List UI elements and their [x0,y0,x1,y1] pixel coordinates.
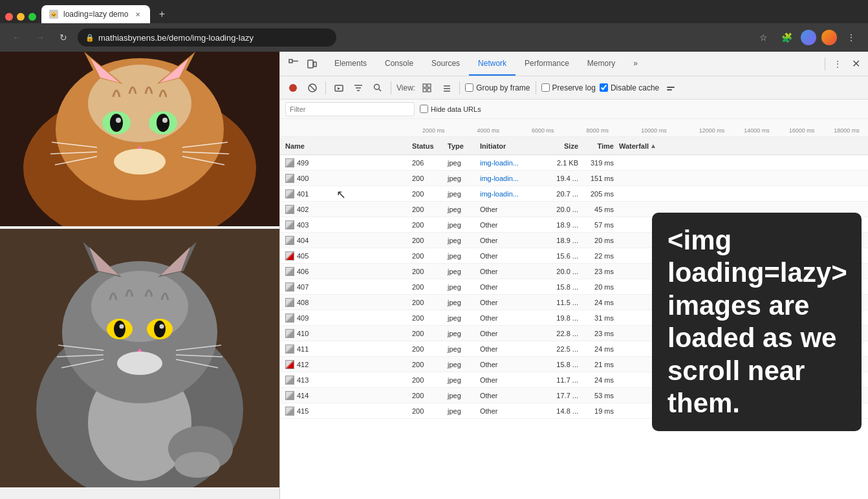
filter-input[interactable] [285,102,415,116]
forward-button[interactable]: → [31,28,49,47]
profile-avatar-2[interactable] [821,30,837,45]
row-initiator-cell: Other [477,299,542,306]
devtools-icons-left [280,56,325,72]
row-time-cell: 23 ms [581,268,616,275]
row-time: 24 ms [594,345,614,353]
row-initiator-cell: Other [477,345,542,353]
row-time-cell: 319 ms [581,159,616,167]
svg-rect-68 [667,89,672,90]
row-time-cell: 22 ms [581,252,616,260]
list-view-button[interactable] [439,80,454,96]
devtools-menu-button[interactable]: ⋮ [829,56,846,72]
row-type: jpeg [448,299,461,306]
row-time-cell: 19 ms [581,407,616,415]
toolbar-separator-3 [459,81,460,94]
hide-data-urls-label[interactable]: Hide data URLs [420,105,481,113]
devtools-toolbar: Elements Console Sources Network Perform… [280,52,868,76]
throttle-button[interactable] [663,80,678,96]
row-type: jpeg [448,407,461,415]
svg-rect-67 [667,87,675,88]
minimize-traffic-light[interactable] [17,13,25,21]
row-time-cell: 24 ms [581,345,616,353]
row-status-cell: 200 [409,345,445,353]
row-time: 24 ms [594,299,614,306]
row-status-cell: 200 [409,314,445,322]
initiator-link[interactable]: img-loadin... [480,175,519,182]
tab-sources[interactable]: Sources [422,52,469,76]
row-status-cell: 200 [409,268,445,275]
initiator-text: Other [480,330,498,337]
row-type: jpeg [448,159,461,167]
screenshot-button[interactable] [331,80,347,96]
initiator-link[interactable]: img-loadin... [480,190,519,198]
disable-cache-checkbox-label[interactable]: Disable cache [600,83,659,92]
tab-bar: 🐱 loading=lazy demo ✕ + [0,0,868,23]
row-size: 20.7 ... [556,190,578,198]
initiator-text: Other [480,314,498,322]
filter-button[interactable] [351,80,366,96]
col-header-time[interactable]: Time [581,142,616,150]
tab-close-button[interactable]: ✕ [133,10,142,19]
disable-cache-checkbox[interactable] [600,83,608,92]
grid-view-button[interactable] [419,80,435,96]
tab-elements[interactable]: Elements [325,52,376,76]
table-row[interactable]: 401 200 jpeg img-loadin... 20.7 ... 205 … [280,186,868,202]
view-label: View: [396,83,415,92]
clear-button[interactable] [305,80,320,96]
group-by-frame-checkbox-label[interactable]: Group by frame [465,83,530,92]
row-name: 414 [297,392,309,399]
col-header-waterfall[interactable]: Waterfall ▲ [616,142,868,150]
back-button[interactable]: ← [8,28,26,47]
tab-console[interactable]: Console [376,52,422,76]
svg-rect-60 [423,84,426,87]
bookmark-icon[interactable]: ☆ [754,28,772,47]
row-type-cell: jpeg [445,237,477,244]
search-button[interactable] [370,80,385,96]
record-button[interactable] [285,80,301,96]
row-type-cell: jpeg [445,283,477,291]
address-url-bar[interactable]: 🔒 mathiasbynens.be/demo/img-loading-lazy [78,28,336,47]
row-type: jpeg [448,175,461,182]
group-by-frame-checkbox[interactable] [465,83,473,92]
reload-button[interactable]: ↻ [54,28,72,47]
close-traffic-light[interactable] [5,13,13,21]
toolbar-separator-2 [391,81,391,94]
row-type: jpeg [448,283,461,291]
inspect-element-button[interactable] [285,56,302,72]
hide-data-urls-checkbox[interactable] [420,105,428,113]
col-header-name[interactable]: Name [280,142,409,150]
row-name-cell: 410 [280,329,409,338]
row-status-cell: 200 [409,237,445,244]
device-toolbar-button[interactable] [303,56,320,72]
table-row[interactable]: 400 200 jpeg img-loadin... 19.4 ... 151 … [280,171,868,186]
tab-performance[interactable]: Performance [515,52,578,76]
maximize-traffic-light[interactable] [28,13,36,21]
col-header-initiator[interactable]: Initiator [477,142,542,150]
row-type: jpeg [448,314,461,322]
preserve-log-checkbox-label[interactable]: Preserve log [541,83,596,92]
tab-network[interactable]: Network [469,52,515,76]
initiator-link[interactable]: img-loadin... [480,159,519,167]
devtools-close-button[interactable]: ✕ [847,56,864,72]
table-row[interactable]: 499 206 jpeg img-loadin... 2.1 KB 319 ms [280,155,868,171]
row-type-cell: jpeg [445,159,477,167]
new-tab-button[interactable]: + [153,5,171,23]
row-name-cell: 414 [280,391,409,400]
menu-icon[interactable]: ⋮ [842,28,860,47]
tab-memory[interactable]: Memory [578,52,624,76]
preserve-log-checkbox[interactable] [541,83,550,92]
profile-avatar-1[interactable] [801,30,816,45]
toolbar-divider [825,58,825,70]
extension-icon[interactable]: 🧩 [777,28,796,47]
col-header-status[interactable]: Status [409,142,445,150]
row-initiator-cell: Other [477,221,542,229]
col-header-size[interactable]: Size [542,142,581,150]
tab-more[interactable]: » [624,52,647,76]
active-tab[interactable]: 🐱 loading=lazy demo ✕ [41,5,150,23]
row-status: 200 [412,345,424,353]
row-status-cell: 200 [409,252,445,260]
tick-2000: 2000 ms [422,127,445,134]
row-type: jpeg [448,237,461,244]
row-status-cell: 200 [409,206,445,213]
col-header-type[interactable]: Type [445,142,477,150]
